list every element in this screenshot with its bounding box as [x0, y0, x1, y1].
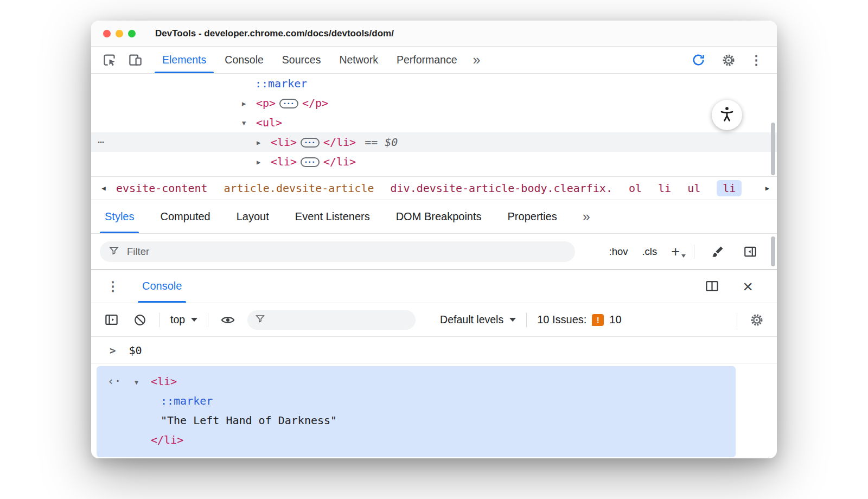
log-levels-dropdown[interactable]: Default levels: [440, 314, 516, 326]
tab-properties[interactable]: Properties: [501, 200, 564, 233]
collapse-arrow-icon[interactable]: ▼: [242, 113, 256, 133]
tree-row-marker[interactable]: ::marker: [91, 74, 777, 93]
result-line-li-open[interactable]: ‹· ▼ <li>: [97, 372, 736, 391]
tree-row-li-partial[interactable]: ▶<li>•••</li>: [91, 171, 777, 176]
expand-arrow-icon[interactable]: ▶: [257, 133, 271, 152]
issues-count: 10: [609, 314, 621, 326]
inline-expand-button[interactable]: •••: [279, 99, 298, 108]
elements-dom-tree: ::marker ▶<p>•••</p> ▼<ul> ⋯ ▶<li>•••</l…: [91, 74, 777, 176]
divider: [159, 313, 160, 327]
console-settings-gear-icon[interactable]: [748, 311, 766, 329]
tab-dom-breakpoints[interactable]: DOM Breakpoints: [389, 200, 489, 233]
tab-layout[interactable]: Layout: [229, 200, 276, 233]
crumb-li[interactable]: li: [658, 182, 671, 195]
crumbs-scroll-left-icon[interactable]: ◀: [91, 184, 116, 192]
toggle-hover-state-button[interactable]: :hov: [609, 246, 628, 258]
crumb-ul[interactable]: ul: [687, 182, 700, 195]
settings-gear-icon[interactable]: [719, 51, 738, 69]
console-command-row[interactable]: > $0: [91, 337, 777, 364]
crumb-li-selected[interactable]: li: [717, 180, 742, 196]
tab-network[interactable]: Network: [330, 47, 387, 73]
dropdown-caret-icon: [509, 318, 516, 322]
crumb-article[interactable]: article.devsite-article: [224, 182, 374, 195]
console-filter-box[interactable]: [247, 310, 416, 330]
expand-arrow-icon[interactable]: ▶: [257, 152, 271, 172]
clear-console-icon[interactable]: [131, 311, 149, 329]
tag-open: <li>: [271, 136, 297, 149]
crumbs-scroll-right-icon[interactable]: ▶: [765, 184, 777, 192]
tab-elements[interactable]: Elements: [153, 47, 215, 73]
result-line-marker[interactable]: ::marker: [97, 391, 736, 411]
pseudo-element-marker[interactable]: ::marker: [255, 77, 307, 90]
device-toolbar-icon[interactable]: [126, 51, 144, 69]
console-output: > $0 ‹· ▼ <li> ::marker "The Left Hand o…: [91, 337, 777, 457]
collapse-arrow-icon[interactable]: ▼: [135, 373, 138, 392]
console-sidebar-icon[interactable]: [102, 311, 120, 329]
console-toolbar: top Default levels 10 Issues: !: [91, 303, 777, 337]
customize-devtools-icon[interactable]: ⋮: [750, 53, 763, 68]
toggle-element-classes-button[interactable]: .cls: [642, 246, 657, 258]
minimize-window-button[interactable]: [116, 30, 123, 37]
tab-event-listeners[interactable]: Event Listeners: [288, 200, 377, 233]
issues-label: 10 Issues:: [537, 314, 586, 326]
result-line-text[interactable]: "The Left Hand of Darkness": [97, 411, 736, 430]
more-panels-icon[interactable]: »: [467, 47, 486, 73]
drawer-tab-console[interactable]: Console: [138, 270, 186, 303]
inline-expand-button[interactable]: •••: [301, 157, 320, 167]
tree-row-li-selected[interactable]: ⋯ ▶<li>•••</li>==$0: [91, 132, 777, 152]
console-result-block[interactable]: ‹· ▼ <li> ::marker "The Left Hand of Dar…: [97, 366, 736, 457]
drawer-header-icons: ×: [703, 277, 777, 296]
styles-sidebar-tabs: Styles Computed Layout Event Listeners D…: [91, 200, 777, 234]
new-style-rule-button[interactable]: +: [671, 246, 680, 257]
create-live-expression-eye-icon[interactable]: [219, 311, 237, 329]
close-drawer-icon[interactable]: ×: [743, 279, 753, 293]
tab-computed[interactable]: Computed: [153, 200, 217, 233]
pseudo-element-marker: ::marker: [161, 394, 213, 407]
divider: [526, 313, 527, 327]
titlebar: DevTools - developer.chrome.com/docs/dev…: [91, 21, 777, 47]
result-line-li-close[interactable]: </li>: [97, 430, 736, 450]
tab-console[interactable]: Console: [215, 47, 273, 73]
node-more-actions-icon[interactable]: ⋯: [98, 132, 105, 152]
dollar-zero-ref: $0: [385, 136, 398, 149]
equals-sign: ==: [365, 136, 378, 149]
tab-sources[interactable]: Sources: [273, 47, 330, 73]
elements-scrollbar-thumb[interactable]: [771, 123, 775, 175]
zoom-window-button[interactable]: [128, 30, 136, 37]
issues-counter[interactable]: 10 Issues: ! 10: [537, 314, 621, 326]
drawer-more-options-icon[interactable]: ⋮: [91, 279, 119, 294]
expand-arrow-icon[interactable]: ▶: [242, 94, 256, 113]
plus-icon: +: [671, 244, 680, 260]
split-panel-icon[interactable]: [703, 277, 721, 296]
refresh-device-icon[interactable]: [689, 51, 707, 69]
more-sidebar-tabs-icon[interactable]: »: [576, 200, 596, 233]
tag-close: </li>: [323, 155, 356, 168]
styles-filter-box[interactable]: [100, 241, 575, 262]
console-filter-input[interactable]: [271, 314, 408, 326]
levels-label: Default levels: [440, 314, 503, 326]
tab-performance[interactable]: Performance: [387, 47, 467, 73]
accessibility-fab-button[interactable]: [712, 100, 742, 130]
crumb-div-body[interactable]: div.devsite-article-body.clearfix.: [391, 182, 612, 195]
tab-styles[interactable]: Styles: [98, 200, 141, 233]
tree-row-p[interactable]: ▶<p>•••</p>: [91, 93, 777, 113]
inspect-element-icon[interactable]: [100, 51, 118, 69]
toggle-sidebar-icon[interactable]: [741, 242, 760, 261]
rendering-emulation-brush-icon[interactable]: [709, 242, 727, 261]
close-window-button[interactable]: [103, 30, 111, 37]
expand-arrow-icon[interactable]: ▶: [257, 172, 271, 176]
main-toolbar: Elements Console Sources Network Perform…: [91, 47, 777, 74]
crumb-devsite-content[interactable]: evsite-content: [116, 182, 208, 195]
styles-scrollbar-thumb[interactable]: [771, 236, 775, 266]
divider: [208, 313, 208, 327]
panel-tabs: Elements Console Sources Network Perform…: [153, 47, 467, 73]
filter-funnel-icon: [108, 245, 119, 258]
inline-expand-button[interactable]: •••: [301, 138, 320, 148]
styles-filter-input[interactable]: [126, 245, 566, 258]
execution-context-dropdown[interactable]: top: [170, 314, 197, 326]
tag-open: <li>: [271, 155, 297, 168]
tree-row-ul[interactable]: ▼<ul>: [91, 113, 777, 132]
tree-row-li[interactable]: ▶<li>•••</li>: [91, 152, 777, 171]
crumb-ol[interactable]: ol: [629, 182, 642, 195]
text-node-value: "The Left Hand of Darkness": [161, 414, 337, 427]
